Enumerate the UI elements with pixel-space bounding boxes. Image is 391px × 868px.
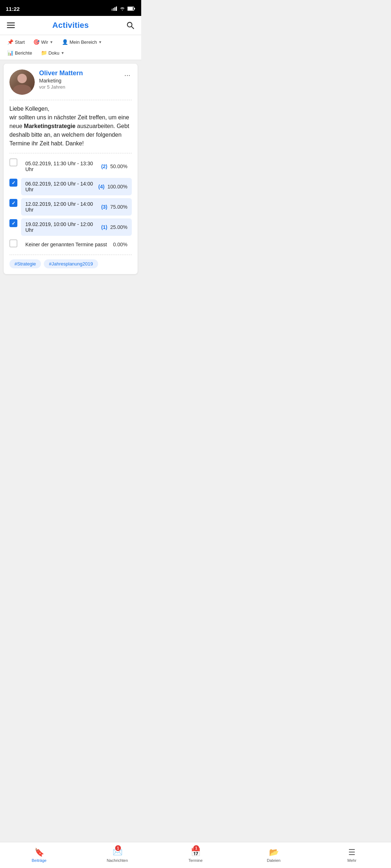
main-content: Oliver Mattern Marketing vor 5 Jahren ··… xyxy=(0,64,141,307)
doku-icon: 📁 xyxy=(41,50,47,56)
avatar xyxy=(9,69,35,95)
poll-option-count-2: (4) xyxy=(98,184,105,190)
search-button[interactable] xyxy=(125,20,135,30)
svg-rect-0 xyxy=(112,9,113,11)
message-body: Liebe Kollegen, wir sollten uns in nächs… xyxy=(9,105,132,148)
svg-rect-5 xyxy=(128,7,133,10)
poll-option-3: 12.02.2019, 12:00 Uhr - 14:00 Uhr (3) 75… xyxy=(9,198,132,216)
poll-option-pct-3: 75.00% xyxy=(110,204,127,210)
poll-checkbox-3[interactable] xyxy=(9,199,17,207)
svg-rect-2 xyxy=(114,7,115,11)
author-name[interactable]: Oliver Mattern xyxy=(39,69,118,77)
post-card: Oliver Mattern Marketing vor 5 Jahren ··… xyxy=(4,64,138,274)
wir-icon: 🎯 xyxy=(33,39,39,45)
poll-option-count-3: (3) xyxy=(101,204,107,210)
card-info: Oliver Mattern Marketing vor 5 Jahren xyxy=(39,69,118,90)
svg-rect-6 xyxy=(134,8,135,9)
poll-option-content-5: Keiner der genannten Termine passt 0.00% xyxy=(21,239,132,250)
divider-top xyxy=(9,100,132,100)
post-time: vor 5 Jahren xyxy=(39,84,118,90)
tag-strategie[interactable]: #Strategie xyxy=(9,259,41,268)
status-time: 11:22 xyxy=(6,6,20,12)
battery-icon xyxy=(127,7,135,11)
status-bar: 11:22 xyxy=(0,0,141,16)
meinbereich-icon: 👤 xyxy=(62,39,68,45)
avatar-image xyxy=(9,69,35,95)
poll-option-text-5: Keiner der genannten Termine passt xyxy=(25,242,108,247)
poll-option-1: 05.02.2019, 11:30 Uhr - 13:30 Uhr (2) 50… xyxy=(9,158,132,175)
svg-rect-9 xyxy=(7,27,15,28)
poll-option-content-2: 06.02.2019, 12:00 Uhr - 14:00 Uhr (4) 10… xyxy=(21,178,132,195)
divider-poll-bottom xyxy=(9,255,132,255)
menu-button[interactable] xyxy=(6,20,16,30)
search-icon xyxy=(126,21,134,29)
nav-item-meinbereich[interactable]: 👤 Mein Bereich ▼ xyxy=(58,37,106,47)
poll-option-4: 19.02.2019, 10:00 Uhr - 12:00 Uhr (1) 25… xyxy=(9,218,132,236)
nav-label-berichte: Berichte xyxy=(15,50,32,56)
poll-option-count-1: (2) xyxy=(101,163,107,169)
poll-options: 05.02.2019, 11:30 Uhr - 13:30 Uhr (2) 50… xyxy=(9,158,132,250)
poll-option-content-1: 05.02.2019, 11:30 Uhr - 13:30 Uhr (2) 50… xyxy=(21,158,132,175)
svg-rect-3 xyxy=(116,7,117,11)
tag-jahresplanung[interactable]: #Jahresplanung2019 xyxy=(44,259,98,268)
svg-line-11 xyxy=(131,26,134,29)
poll-option-content-3: 12.02.2019, 12:00 Uhr - 14:00 Uhr (3) 75… xyxy=(21,198,132,216)
poll-option-content-4: 19.02.2019, 10:00 Uhr - 12:00 Uhr (1) 25… xyxy=(21,218,132,236)
poll-option-5: Keiner der genannten Termine passt 0.00% xyxy=(9,239,132,250)
poll-option-pct-2: 100.00% xyxy=(108,184,127,190)
berichte-icon: 📊 xyxy=(7,50,13,56)
svg-rect-1 xyxy=(113,8,114,11)
wir-arrow: ▼ xyxy=(50,40,53,44)
poll-option-pct-4: 25.00% xyxy=(110,224,127,230)
header: Activities xyxy=(0,16,141,35)
meinbereich-arrow: ▼ xyxy=(98,40,102,44)
doku-arrow: ▼ xyxy=(61,51,64,55)
poll-option-text-3: 12.02.2019, 12:00 Uhr - 14:00 Uhr xyxy=(25,201,99,213)
nav-bar: 📌 Start 🎯 Wir ▼ 👤 Mein Bereich ▼ 📊 Beric… xyxy=(0,35,141,60)
status-icons xyxy=(112,7,135,11)
nav-label-doku: Doku xyxy=(49,50,59,56)
poll-checkbox-4[interactable] xyxy=(9,219,17,227)
poll-checkbox-1[interactable] xyxy=(9,158,17,166)
poll-option-text-1: 05.02.2019, 11:30 Uhr - 13:30 Uhr xyxy=(25,161,99,172)
post-menu-button[interactable]: ··· xyxy=(123,69,132,81)
nav-item-doku[interactable]: 📁 Doku ▼ xyxy=(37,48,68,58)
nav-item-wir[interactable]: 🎯 Wir ▼ xyxy=(30,37,56,47)
nav-item-berichte[interactable]: 📊 Berichte xyxy=(4,48,36,58)
divider-poll-top xyxy=(9,153,132,153)
post-tags: #Strategie #Jahresplanung2019 xyxy=(9,259,132,268)
network-icon xyxy=(112,7,117,11)
wifi-icon xyxy=(119,7,125,11)
page-title: Activities xyxy=(52,21,89,30)
hamburger-icon xyxy=(7,22,15,28)
poll-checkbox-5[interactable] xyxy=(9,239,17,247)
poll-option-2: 06.02.2019, 12:00 Uhr - 14:00 Uhr (4) 10… xyxy=(9,178,132,195)
poll-option-pct-5: 0.00% xyxy=(113,242,127,247)
poll-option-count-4: (1) xyxy=(101,224,107,230)
nav-label-start: Start xyxy=(15,39,25,45)
nav-item-start[interactable]: 📌 Start xyxy=(4,37,28,47)
start-icon: 📌 xyxy=(7,39,13,45)
svg-rect-8 xyxy=(7,25,15,26)
poll-checkbox-2[interactable] xyxy=(9,179,17,187)
poll-option-text-2: 06.02.2019, 12:00 Uhr - 14:00 Uhr xyxy=(25,181,96,192)
poll-option-text-4: 19.02.2019, 10:00 Uhr - 12:00 Uhr xyxy=(25,221,99,233)
svg-rect-7 xyxy=(7,22,15,24)
nav-label-wir: Wir xyxy=(41,39,48,45)
poll-option-pct-1: 50.00% xyxy=(110,163,127,169)
card-header: Oliver Mattern Marketing vor 5 Jahren ··… xyxy=(9,69,132,95)
bold-word: Marketingstrategie xyxy=(24,123,75,129)
nav-label-meinbereich: Mein Bereich xyxy=(70,39,97,45)
author-department: Marketing xyxy=(39,78,118,84)
